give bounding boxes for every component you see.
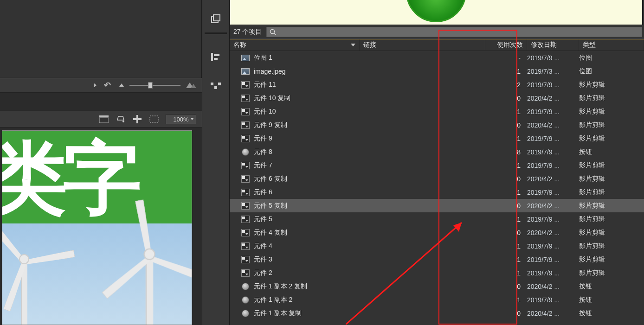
slider-knob[interactable] <box>148 82 153 89</box>
item-use-count: 0 <box>486 202 527 210</box>
item-type: 影片剪辑 <box>579 229 644 237</box>
library-row[interactable]: 元件 882019/7/9 ...按钮 <box>230 145 644 159</box>
undo-icon[interactable]: ↶ <box>102 80 113 90</box>
library-row[interactable]: 元件 1 副本 复制02020/4/2 ...按钮 <box>230 306 644 320</box>
distribute-icon[interactable] <box>208 80 223 92</box>
item-type-icon <box>241 215 250 223</box>
header-mod-date[interactable]: 修改日期 <box>527 39 579 51</box>
canvas-heading: 类字 <box>2 130 137 232</box>
item-use-count: 0 <box>486 95 527 102</box>
library-row[interactable]: 元件 10 复制02020/4/2 ...影片剪辑 <box>230 91 644 105</box>
library-item-list[interactable]: 位图 1-2019/7/9 ...位图image.jpeg12019/7/3 .… <box>230 51 644 325</box>
item-type-icon <box>241 188 250 197</box>
svg-line-16 <box>274 33 276 35</box>
zoom-value: 100% <box>173 116 188 123</box>
item-type: 影片剪辑 <box>579 215 644 223</box>
item-mod-date: 2019/7/9 ... <box>527 108 579 115</box>
item-type-icon <box>241 175 250 183</box>
svg-point-15 <box>270 29 275 33</box>
item-type-icon <box>241 81 250 89</box>
timeline-zoom-slider[interactable] <box>129 85 180 86</box>
item-type-icon <box>241 94 250 102</box>
item-type-icon <box>241 161 250 170</box>
library-row[interactable]: 元件 312019/7/9 ...影片剪辑 <box>230 253 644 266</box>
header-link[interactable]: 链接 <box>360 39 485 51</box>
item-type-icon <box>241 242 250 250</box>
item-type-icon <box>241 108 250 116</box>
mountain-large-icon[interactable] <box>186 83 199 88</box>
library-row[interactable]: 元件 1012019/7/9 ...影片剪辑 <box>230 105 644 118</box>
svg-rect-13 <box>214 86 217 89</box>
item-type: 影片剪辑 <box>579 161 644 170</box>
item-type: 影片剪辑 <box>579 121 644 129</box>
library-row[interactable]: 元件 6 复制02020/4/2 ...影片剪辑 <box>230 172 644 185</box>
svg-rect-9 <box>211 53 213 61</box>
svg-rect-10 <box>214 54 219 56</box>
library-row[interactable]: 元件 712019/7/9 ...影片剪辑 <box>230 159 644 172</box>
item-type-icon <box>241 134 250 143</box>
clapper-icon[interactable] <box>99 114 109 124</box>
item-name: 元件 1 副本 2 <box>254 296 361 304</box>
clip-icon[interactable] <box>149 114 159 124</box>
item-type-icon <box>241 269 250 277</box>
item-use-count: 1 <box>486 242 527 250</box>
paint-bucket-icon[interactable] <box>116 114 126 124</box>
vertical-toolbar <box>202 0 230 325</box>
item-type-icon <box>241 148 250 156</box>
left-panel: ↶ 100% <box>0 0 202 325</box>
timeline-toolbar: ↶ <box>0 78 202 93</box>
item-type: 影片剪辑 <box>579 108 644 116</box>
item-name: 元件 6 复制 <box>254 175 361 183</box>
left-gap <box>0 93 202 111</box>
item-name: image.jpeg <box>254 68 361 75</box>
library-row[interactable]: 元件 1 副本 212019/7/9 ...按钮 <box>230 293 644 306</box>
item-type: 按钮 <box>579 282 644 291</box>
library-row[interactable]: 元件 1 副本 2 复制02020/4/2 ...按钮 <box>230 280 644 293</box>
library-search-input[interactable] <box>266 27 642 37</box>
item-mod-date: 2019/7/9 ... <box>527 54 579 62</box>
library-row[interactable]: 元件 5 复制02020/4/2 ...影片剪辑 <box>230 199 644 212</box>
item-name: 元件 10 复制 <box>254 94 361 102</box>
item-type-icon <box>241 309 250 318</box>
onion-skin-icon[interactable] <box>119 83 124 87</box>
library-row[interactable]: image.jpeg12019/7/3 ...位图 <box>230 64 644 78</box>
svg-rect-11 <box>214 58 218 60</box>
svg-marker-2 <box>117 116 124 120</box>
align-left-icon[interactable] <box>208 51 223 63</box>
stage-wrapper: 类字 <box>0 127 202 325</box>
library-search-row: 27 个项目 <box>230 25 644 39</box>
item-name: 位图 1 <box>254 54 361 62</box>
item-type-icon <box>241 54 250 62</box>
item-use-count: 0 <box>486 175 527 183</box>
center-stage-icon[interactable] <box>132 114 142 124</box>
preview-green-orb <box>406 0 466 22</box>
svg-rect-8 <box>213 14 220 21</box>
header-name[interactable]: 名称 <box>230 39 360 51</box>
item-name: 元件 5 <box>254 215 361 223</box>
item-type: 按钮 <box>579 148 644 156</box>
item-mod-date: 2019/7/9 ... <box>527 216 579 223</box>
library-row[interactable]: 元件 412019/7/9 ...影片剪辑 <box>230 239 644 253</box>
library-row[interactable]: 元件 9 复制02020/4/2 ...影片剪辑 <box>230 118 644 132</box>
library-row[interactable]: 元件 212019/7/9 ...影片剪辑 <box>230 266 644 280</box>
item-type: 影片剪辑 <box>579 134 644 143</box>
play-icon[interactable] <box>94 83 97 88</box>
pages-icon[interactable] <box>208 13 223 25</box>
item-name: 元件 5 复制 <box>254 202 361 210</box>
library-row[interactable]: 位图 1-2019/7/9 ...位图 <box>230 51 644 64</box>
library-row[interactable]: 元件 912019/7/9 ...影片剪辑 <box>230 132 644 145</box>
library-row[interactable]: 元件 4 复制02020/4/2 ...影片剪辑 <box>230 226 644 239</box>
library-row[interactable]: 元件 612019/7/9 ...影片剪辑 <box>230 185 644 199</box>
header-use-count[interactable]: 使用次数 <box>485 39 527 51</box>
zoom-select[interactable]: 100% <box>166 114 196 124</box>
item-name: 元件 1 副本 2 复制 <box>254 282 361 291</box>
library-row[interactable]: 元件 512019/7/9 ...影片剪辑 <box>230 212 644 226</box>
library-row[interactable]: 元件 1122019/7/9 ...影片剪辑 <box>230 78 644 91</box>
item-name: 元件 10 <box>254 108 361 116</box>
item-type: 按钮 <box>579 309 644 318</box>
item-type: 位图 <box>579 67 644 76</box>
item-use-count: 1 <box>486 135 527 142</box>
item-use-count: 1 <box>486 108 527 115</box>
header-type[interactable]: 类型 <box>579 39 644 51</box>
stage-canvas[interactable]: 类字 <box>2 130 192 325</box>
